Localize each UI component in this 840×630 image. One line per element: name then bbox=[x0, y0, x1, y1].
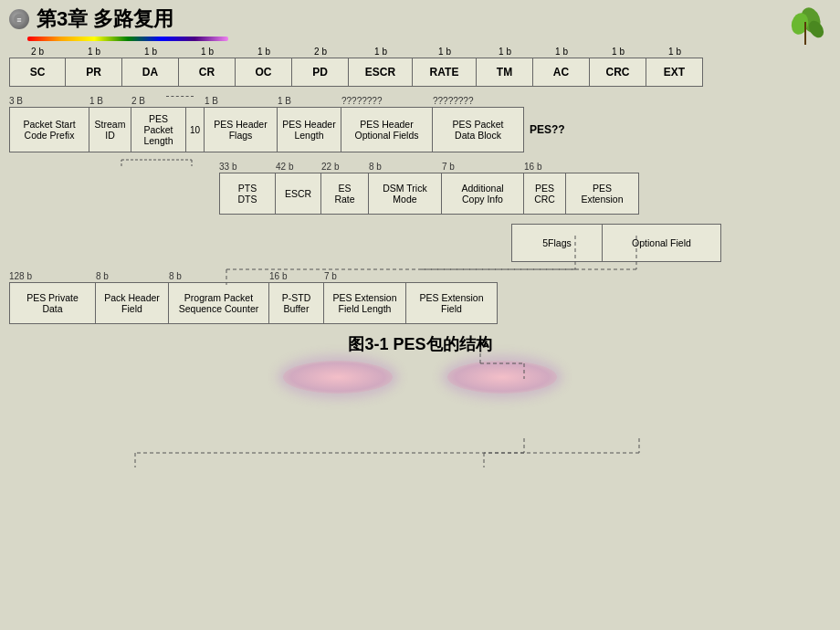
pes-cell-header-length: PES HeaderLength bbox=[278, 107, 341, 152]
bit-label-oc: 1 b bbox=[236, 47, 292, 57]
bit-box-rate: RATE bbox=[413, 58, 477, 87]
pes-size-7: ???????? bbox=[433, 96, 524, 106]
opt-size-0: 33 b bbox=[219, 162, 276, 172]
pesext-cell-pstd: P-STDBuffer bbox=[269, 282, 324, 324]
bit-label-crc: 1 b bbox=[590, 47, 646, 57]
pes-size-6: ???????? bbox=[341, 96, 433, 106]
opt-cell-escr: ESCR bbox=[276, 173, 321, 215]
menu-icon[interactable]: ≡ bbox=[9, 9, 29, 29]
pes-size-2: 2 B bbox=[131, 96, 145, 106]
ext-cell-5flags: 5Flags bbox=[511, 224, 603, 262]
pesext-size-3: 16 b bbox=[269, 271, 324, 281]
opt-cell-pes-extension: PESExtension bbox=[566, 173, 639, 215]
bit-label-cr: 1 b bbox=[179, 47, 236, 57]
ext-cell-optional-field: Optional Field bbox=[603, 224, 721, 262]
pes-size-0: 3 B bbox=[9, 96, 89, 106]
pesext-size-2: 8 b bbox=[169, 271, 269, 281]
flower-blob-left bbox=[283, 361, 393, 394]
bit-label-pd: 2 b bbox=[292, 47, 349, 57]
pes-cell-data-block: PES PacketData Block bbox=[433, 107, 524, 152]
bit-box-da: DA bbox=[122, 58, 179, 87]
bit-label-da: 1 b bbox=[122, 47, 179, 57]
pes-cell-optional-fields: PES HeaderOptional Fields bbox=[341, 107, 433, 152]
pes-cell-stream-id: StreamID bbox=[89, 107, 131, 152]
pesext-cell-ext-field: PES ExtensionField bbox=[406, 282, 498, 324]
rainbow-bar bbox=[27, 37, 228, 41]
opt-cell-pes-crc: PESCRC bbox=[524, 173, 566, 215]
pes-cell-header-flags: PES HeaderFlags bbox=[205, 107, 278, 152]
opt-cell-dsm-trick: DSM TrickMode bbox=[369, 173, 442, 215]
pesext-cell-ext-field-length: PES ExtensionField Length bbox=[324, 282, 406, 324]
pes-cell-packet-length: PES PacketLength bbox=[131, 107, 186, 152]
bit-label-tm: 1 b bbox=[477, 47, 533, 57]
flowers-decoration bbox=[0, 361, 840, 394]
opt-size-5: 16 b bbox=[524, 162, 566, 172]
caption: 图3-1 PES包的结构 bbox=[0, 333, 840, 355]
bit-box-sc: SC bbox=[9, 58, 66, 87]
opt-size-3: 8 b bbox=[369, 162, 442, 172]
opt-size-1: 42 b bbox=[276, 162, 321, 172]
pes-cell-10: 10 bbox=[186, 107, 205, 152]
svg-text:≡: ≡ bbox=[16, 16, 21, 25]
bit-label-ac: 1 b bbox=[533, 47, 590, 57]
pesext-cell-private-data: PES PrivateData bbox=[9, 282, 96, 324]
pes-size-5: 1 B bbox=[278, 96, 341, 106]
pes-size-1: 1 B bbox=[89, 96, 131, 106]
bit-label-rate: 1 b bbox=[413, 47, 477, 57]
pesext-size-1: 8 b bbox=[96, 271, 169, 281]
bit-label-pr: 1 b bbox=[66, 47, 122, 57]
pes-size-4: 1 B bbox=[205, 96, 278, 106]
bit-label-ext: 1 b bbox=[646, 47, 703, 57]
pes-cell-packet-start: Packet StartCode Prefix bbox=[9, 107, 89, 152]
bit-label-sc: 2 b bbox=[9, 47, 66, 57]
bit-box-escr: ESCR bbox=[349, 58, 413, 87]
bit-box-pr: PR bbox=[66, 58, 122, 87]
plant-icon bbox=[783, 4, 827, 47]
bit-box-crc: CRC bbox=[590, 58, 646, 87]
flower-blob-right bbox=[447, 361, 557, 394]
opt-size-2: 22 b bbox=[321, 162, 369, 172]
opt-cell-es-rate: ESRate bbox=[321, 173, 369, 215]
pesext-size-0: 128 b bbox=[9, 271, 96, 281]
bit-box-ext: EXT bbox=[646, 58, 703, 87]
pes-label: PES?? bbox=[530, 107, 565, 152]
page-title: 第3章 多路复用 bbox=[37, 5, 173, 33]
pesext-cell-program-packet: Program PacketSequence Counter bbox=[169, 282, 269, 324]
opt-cell-pts-dts: PTSDTS bbox=[219, 173, 276, 215]
bit-label-escr: 1 b bbox=[349, 47, 413, 57]
bit-box-tm: TM bbox=[477, 58, 533, 87]
pesext-cell-pack-header: Pack HeaderField bbox=[96, 282, 169, 324]
opt-size-4: 7 b bbox=[442, 162, 524, 172]
bit-box-cr: CR bbox=[179, 58, 236, 87]
bit-box-pd: PD bbox=[292, 58, 349, 87]
opt-cell-additional-copy: AdditionalCopy Info bbox=[442, 173, 524, 215]
pesext-size-4: 7 b bbox=[324, 271, 406, 281]
bit-box-ac: AC bbox=[533, 58, 590, 87]
bit-box-oc: OC bbox=[236, 58, 292, 87]
header: ≡ 第3章 多路复用 bbox=[0, 0, 840, 37]
